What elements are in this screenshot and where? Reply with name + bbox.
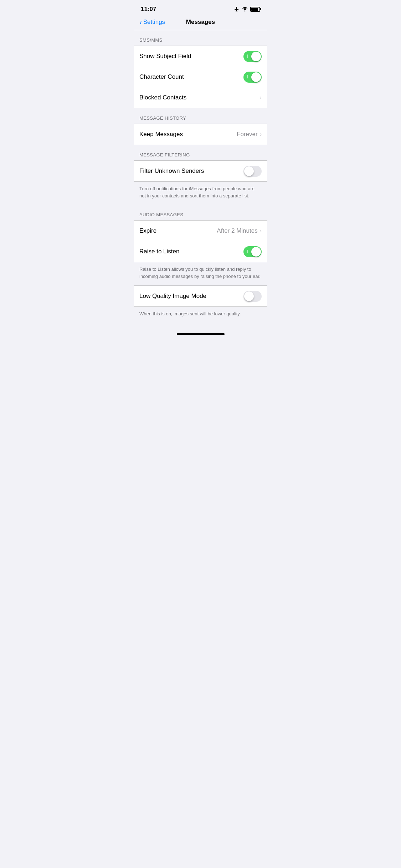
expire-label: Expire bbox=[139, 227, 156, 234]
character-count-toggle[interactable]: I bbox=[243, 72, 262, 83]
expire-right: After 2 Minutes › bbox=[217, 227, 262, 234]
filter-unknown-senders-toggle[interactable] bbox=[243, 166, 262, 177]
low-quality-image-description: When this is on, images sent will be low… bbox=[134, 307, 267, 323]
blocked-contacts-row[interactable]: Blocked Contacts › bbox=[134, 87, 267, 108]
character-count-row: Character Count I bbox=[134, 67, 267, 87]
blocked-contacts-label: Blocked Contacts bbox=[139, 94, 186, 101]
home-indicator bbox=[134, 330, 267, 338]
svg-point-0 bbox=[245, 11, 246, 12]
home-indicator-bar bbox=[177, 333, 225, 335]
audio-messages-section-header: AUDIO MESSAGES bbox=[134, 205, 267, 220]
low-quality-image-mode-label: Low Quality Image Mode bbox=[139, 293, 206, 300]
character-count-label: Character Count bbox=[139, 73, 184, 81]
message-history-group: Keep Messages Forever › bbox=[134, 124, 267, 145]
message-filtering-group: Filter Unknown Senders bbox=[134, 160, 267, 182]
status-bar: 11:07 bbox=[134, 0, 267, 16]
message-filtering-section-header: MESSAGE FILTERING bbox=[134, 145, 267, 160]
show-subject-field-label: Show Subject Field bbox=[139, 53, 191, 60]
back-chevron-icon: ‹ bbox=[139, 19, 142, 26]
expire-chevron-icon: › bbox=[260, 228, 262, 234]
keep-messages-right: Forever › bbox=[237, 131, 262, 138]
expire-row[interactable]: Expire After 2 Minutes › bbox=[134, 221, 267, 241]
toggle-knob bbox=[251, 52, 261, 61]
nav-bar: ‹ Settings Messages bbox=[134, 16, 267, 30]
image-quality-group: Low Quality Image Mode bbox=[134, 285, 267, 307]
smsmms-group: Show Subject Field I Character Count I B… bbox=[134, 46, 267, 108]
filter-unknown-senders-label: Filter Unknown Senders bbox=[139, 167, 204, 175]
battery-icon bbox=[250, 7, 260, 12]
airplane-icon bbox=[234, 6, 240, 12]
low-quality-image-mode-toggle[interactable] bbox=[243, 291, 262, 302]
status-time: 11:07 bbox=[141, 6, 156, 13]
raise-to-listen-row: Raise to Listen I bbox=[134, 241, 267, 262]
expire-value: After 2 Minutes bbox=[217, 227, 257, 234]
toggle-knob-4 bbox=[251, 247, 261, 257]
status-icons bbox=[234, 6, 260, 12]
filter-unknown-senders-description: Turn off notifications for iMessages fro… bbox=[134, 182, 267, 205]
toggle-on-label-3: I bbox=[247, 249, 248, 254]
keep-messages-chevron-icon: › bbox=[260, 131, 262, 138]
wifi-icon bbox=[242, 7, 248, 12]
back-label: Settings bbox=[143, 19, 165, 26]
low-quality-image-mode-row: Low Quality Image Mode bbox=[134, 286, 267, 306]
audio-messages-group: Expire After 2 Minutes › Raise to Listen… bbox=[134, 220, 267, 262]
blocked-contacts-right: › bbox=[260, 94, 262, 101]
show-subject-field-toggle[interactable]: I bbox=[243, 51, 262, 62]
back-button[interactable]: ‹ Settings bbox=[139, 19, 165, 26]
smsmms-section-header: SMS/MMS bbox=[134, 30, 267, 46]
chevron-right-icon: › bbox=[260, 94, 262, 101]
toggle-on-label: I bbox=[247, 54, 248, 59]
raise-to-listen-label: Raise to Listen bbox=[139, 248, 179, 255]
keep-messages-row[interactable]: Keep Messages Forever › bbox=[134, 124, 267, 145]
filter-unknown-senders-row: Filter Unknown Senders bbox=[134, 161, 267, 181]
toggle-knob-3 bbox=[244, 166, 254, 176]
show-subject-field-row: Show Subject Field I bbox=[134, 46, 267, 67]
message-history-section-header: MESSAGE HISTORY bbox=[134, 108, 267, 124]
toggle-knob-5 bbox=[244, 291, 254, 301]
toggle-knob-2 bbox=[251, 72, 261, 82]
keep-messages-value: Forever bbox=[237, 131, 258, 138]
raise-to-listen-description: Raise to Listen allows you to quickly li… bbox=[134, 262, 267, 285]
keep-messages-label: Keep Messages bbox=[139, 131, 183, 138]
page-title: Messages bbox=[186, 19, 215, 26]
toggle-on-label-2: I bbox=[247, 74, 248, 79]
raise-to-listen-toggle[interactable]: I bbox=[243, 246, 262, 257]
